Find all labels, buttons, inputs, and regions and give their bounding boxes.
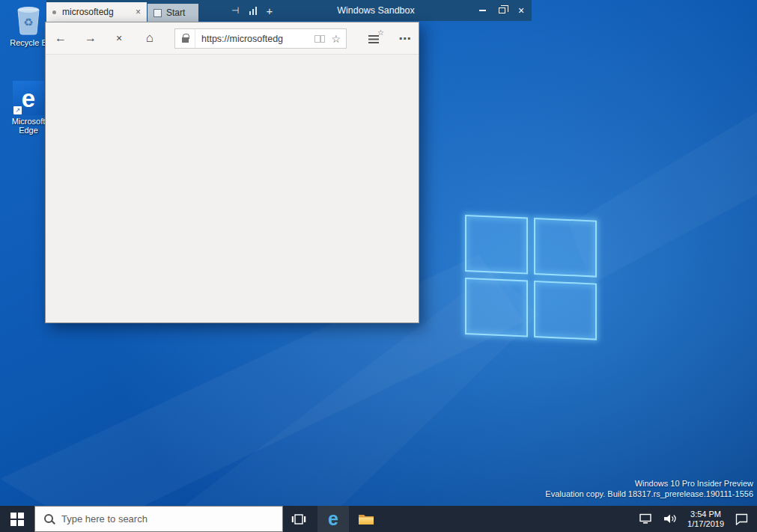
restore-button[interactable] bbox=[493, 0, 511, 21]
taskbar-edge-button[interactable]: e bbox=[317, 506, 349, 532]
tab-title: Start bbox=[166, 7, 194, 18]
file-explorer-icon bbox=[358, 513, 374, 525]
minimize-button[interactable] bbox=[473, 0, 491, 21]
network-tray-button[interactable] bbox=[633, 506, 657, 532]
tab-title: microsoftedg bbox=[62, 7, 134, 17]
search-input[interactable] bbox=[61, 513, 276, 525]
edge-logo-icon: e ↗ bbox=[13, 81, 44, 115]
edge-icon: e bbox=[328, 510, 338, 528]
back-button[interactable]: ← bbox=[50, 28, 71, 49]
tab-close-button[interactable]: × bbox=[134, 7, 142, 17]
tab-start[interactable]: Start bbox=[148, 4, 198, 22]
evaluation-watermark: Windows 10 Pro Insider Preview Evaluatio… bbox=[545, 479, 753, 499]
action-center-icon bbox=[735, 513, 749, 525]
svg-text:♻: ♻ bbox=[23, 16, 33, 28]
address-bar[interactable]: ☆ bbox=[174, 28, 347, 49]
url-input[interactable] bbox=[195, 34, 314, 44]
network-icon bbox=[639, 513, 652, 525]
clock-time: 3:54 PM bbox=[687, 510, 724, 519]
site-info-button[interactable] bbox=[175, 29, 195, 48]
ellipsis-icon: ⋯ bbox=[399, 31, 412, 46]
close-button[interactable]: × bbox=[512, 0, 530, 21]
more-options-button[interactable]: ⋯ bbox=[395, 28, 416, 49]
taskbar: e bbox=[0, 506, 757, 532]
add-favorite-star-icon[interactable]: ☆ bbox=[331, 33, 341, 45]
forward-button[interactable]: → bbox=[80, 28, 101, 49]
hub-favorites-button[interactable]: ☆ bbox=[365, 28, 386, 49]
restore-icon bbox=[499, 7, 505, 13]
edge-window: microsoftedg × Start ← → × ⌂ ☆ bbox=[45, 0, 419, 324]
tab-microsoftedg[interactable]: microsoftedg × bbox=[46, 2, 147, 22]
taskbar-file-explorer-button[interactable] bbox=[350, 506, 382, 532]
recycle-bin-icon: ♻ bbox=[13, 4, 43, 37]
action-center-button[interactable] bbox=[729, 506, 754, 532]
volume-icon bbox=[663, 513, 677, 525]
search-icon bbox=[44, 514, 54, 524]
hub-icon: ☆ bbox=[368, 33, 382, 43]
tab-favicon bbox=[52, 10, 56, 14]
taskbar-search-box[interactable] bbox=[34, 506, 283, 532]
watermark-line-1: Windows 10 Pro Insider Preview bbox=[545, 479, 753, 489]
clock[interactable]: 3:54 PM 1/17/2019 bbox=[682, 506, 729, 532]
volume-tray-button[interactable] bbox=[657, 506, 682, 532]
edge-toolbar: ← → × ⌂ ☆ ☆ bbox=[46, 22, 419, 55]
task-view-button[interactable] bbox=[283, 506, 314, 532]
start-button[interactable] bbox=[0, 506, 34, 532]
system-tray: 3:54 PM 1/17/2019 bbox=[633, 506, 754, 532]
stop-button[interactable]: × bbox=[109, 28, 130, 49]
minimize-icon bbox=[479, 10, 486, 11]
edge-window-body: ← → × ⌂ ☆ ☆ bbox=[45, 22, 419, 323]
shortcut-arrow-overlay: ↗ bbox=[13, 106, 22, 114]
home-button[interactable]: ⌂ bbox=[139, 28, 160, 49]
clock-date: 1/17/2019 bbox=[687, 519, 724, 529]
windows-logo-icon bbox=[10, 513, 24, 526]
start-tab-icon bbox=[153, 9, 162, 17]
reading-view-icon[interactable] bbox=[314, 35, 325, 43]
lock-icon bbox=[182, 37, 189, 43]
watermark-line-2: Evaluation copy. Build 18317.rs_prerelea… bbox=[545, 489, 753, 500]
close-icon: × bbox=[518, 5, 524, 16]
desktop: ♻ Recycle B e ↗ Microsoft Edge Windows 1… bbox=[0, 0, 757, 532]
edge-page-content bbox=[46, 55, 419, 322]
task-view-icon bbox=[291, 513, 306, 525]
